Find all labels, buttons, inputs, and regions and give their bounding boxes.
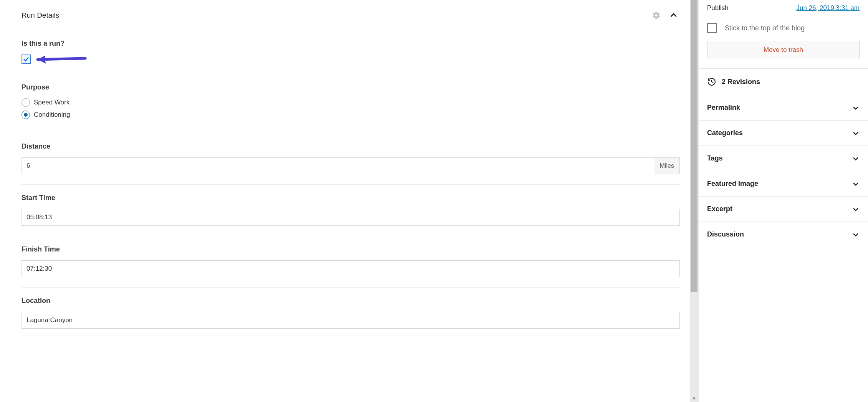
panel-label: Categories [707, 129, 743, 137]
field-location: Location [22, 288, 680, 339]
chevron-down-icon [852, 231, 860, 238]
revisions-label: 2 Revisions [722, 78, 760, 86]
chevron-down-icon [852, 129, 860, 137]
radio-label: Conditioning [34, 111, 70, 119]
panel-tags[interactable]: Tags [699, 146, 868, 171]
scrollbar-thumb[interactable] [691, 0, 697, 292]
panel-title: Run Details [22, 11, 59, 20]
finish-time-input[interactable] [22, 260, 680, 277]
field-is-run: Is this a run? [22, 30, 680, 74]
field-label: Finish Time [22, 245, 680, 253]
radio-icon [22, 98, 30, 107]
annotation-arrow [37, 55, 87, 64]
field-start-time: Start Time [22, 185, 680, 236]
publish-row: Publish Jun 26, 2019 3:31 am [699, 0, 868, 18]
is-run-checkbox[interactable] [22, 55, 31, 64]
panel-label: Tags [707, 154, 723, 162]
chevron-down-icon [852, 180, 860, 188]
radio-option-conditioning[interactable]: Conditioning [22, 111, 680, 119]
publish-label: Publish [707, 4, 729, 12]
radio-option-speed-work[interactable]: Speed Work [22, 98, 680, 107]
panel-permalink[interactable]: Permalink [699, 95, 868, 120]
publish-date-link[interactable]: Jun 26, 2019 3:31 am [797, 4, 860, 12]
check-icon [23, 56, 30, 63]
field-label: Location [22, 297, 680, 305]
scrollbar[interactable]: ▼ [690, 0, 698, 402]
panel-discussion[interactable]: Discussion [699, 222, 868, 247]
panel-header-actions [651, 9, 680, 22]
gear-icon [652, 11, 661, 20]
panel-label: Excerpt [707, 205, 732, 213]
panel-label: Discussion [707, 230, 744, 238]
chevron-up-icon [669, 11, 678, 20]
sidebar: Publish Jun 26, 2019 3:31 am Stick to th… [698, 0, 868, 402]
panel-label: Featured Image [707, 180, 758, 188]
field-label: Start Time [22, 194, 680, 202]
sticky-row: Stick to the top of the blog [699, 18, 868, 41]
panel-header: Run Details [22, 0, 680, 30]
chevron-down-icon [852, 155, 860, 162]
move-to-trash-button[interactable]: Move to trash [707, 41, 860, 59]
location-input[interactable] [22, 312, 680, 329]
panel-excerpt[interactable]: Excerpt [699, 196, 868, 222]
panel-featured-image[interactable]: Featured Image [699, 171, 868, 196]
distance-input[interactable] [22, 157, 654, 174]
field-label: Is this a run? [22, 40, 680, 48]
field-purpose: Purpose Speed Work Conditioning [22, 74, 680, 133]
sticky-checkbox[interactable] [707, 23, 717, 33]
panel-collapse-button[interactable] [668, 9, 680, 22]
scrollbar-down-icon[interactable]: ▼ [690, 396, 698, 401]
main-content: Run Details Is this a run? Purpose [0, 0, 690, 402]
field-label: Distance [22, 142, 680, 151]
distance-unit: Miles [654, 157, 680, 174]
field-label: Purpose [22, 83, 680, 91]
chevron-down-icon [852, 205, 860, 213]
sticky-label: Stick to the top of the blog [725, 24, 805, 32]
radio-label: Speed Work [34, 99, 70, 106]
panel-label: Permalink [707, 104, 740, 112]
field-finish-time: Finish Time [22, 236, 680, 288]
panel-settings-button[interactable] [651, 10, 662, 21]
field-distance: Distance Miles [22, 133, 680, 185]
radio-icon [22, 111, 30, 119]
start-time-input[interactable] [22, 209, 680, 226]
history-icon [707, 77, 716, 86]
chevron-down-icon [852, 104, 860, 112]
revisions-row[interactable]: 2 Revisions [699, 69, 868, 95]
panel-categories[interactable]: Categories [699, 120, 868, 146]
